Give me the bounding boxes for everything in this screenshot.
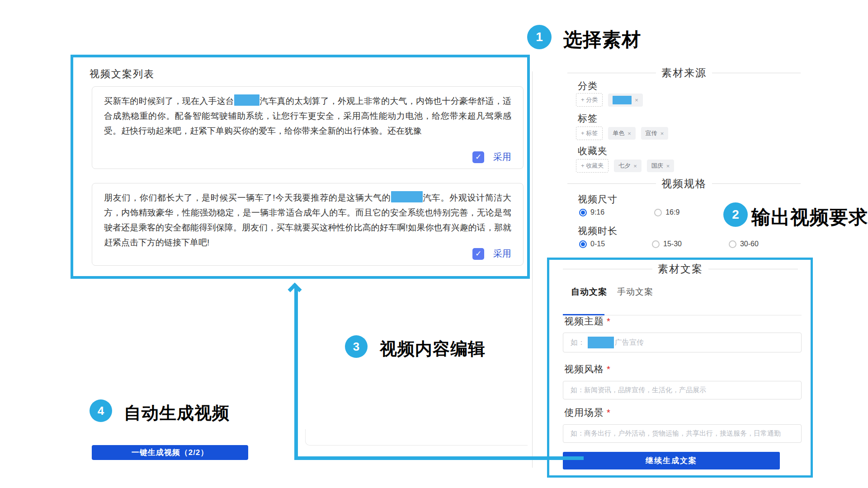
adopt-checkbox-2[interactable]: ✓ <box>472 248 484 260</box>
placeholder-prefix: 如： <box>571 338 585 347</box>
step-4-label: 自动生成视频 <box>124 402 230 425</box>
radio-icon <box>729 240 736 248</box>
radio-icon <box>652 240 660 248</box>
tab-manual-copy[interactable]: 手动文案 <box>617 286 653 298</box>
tab-auto-copy[interactable]: 自动文案 <box>571 286 607 298</box>
required-icon: * <box>607 316 611 326</box>
checkmark-icon: ✓ <box>475 152 481 162</box>
remove-tag-icon[interactable]: × <box>666 163 670 169</box>
adopt-label-1[interactable]: 采用 <box>493 151 511 163</box>
radio-9-16[interactable]: 9:16 <box>579 208 604 216</box>
placeholder-text: 如：商务出行，户外活动，货物运输，共享出行，接送服务，日常通勤 <box>571 429 781 438</box>
category-label: 分类 <box>578 80 598 92</box>
copy-text-1-before: 买新车的时候到了，现在入手这台 <box>104 96 234 106</box>
radio-label: 0-15 <box>590 240 605 248</box>
tag-chip: 单色× <box>608 127 636 140</box>
video-topic-input[interactable]: 如： 广告宣传 <box>563 333 802 352</box>
remove-tag-icon[interactable]: × <box>660 130 664 137</box>
radio-15-30[interactable]: 15-30 <box>652 240 682 248</box>
add-category-button[interactable]: + 分类 <box>576 93 603 107</box>
label-text: 视频主题 <box>564 316 604 326</box>
divider <box>567 183 656 184</box>
radio-16-9[interactable]: 16:9 <box>654 208 679 216</box>
material-copy-title: 素材文案 <box>652 262 708 276</box>
radio-selected-icon <box>579 209 587 216</box>
video-style-input[interactable]: 如：新闻资讯，品牌宣传，生活化，产品展示 <box>563 381 802 399</box>
copy-card-2: 朋友们，你们都长大了，是时候买一辆车了!今天我要推荐的是这辆大气的汽车。外观设计… <box>92 183 524 266</box>
divider <box>712 73 801 73</box>
step-4-badge: 4 <box>90 399 112 422</box>
video-spec-title: 视频规格 <box>656 177 712 191</box>
tag-chip: 宣传× <box>641 127 669 140</box>
video-duration-label: 视频时长 <box>578 225 618 237</box>
copy-card-1: 买新车的时候到了，现在入手这台汽车真的太划算了，外观上非常的大气，内饰也十分豪华… <box>92 86 524 169</box>
remove-tag-icon[interactable]: × <box>635 97 638 103</box>
copy-list-title: 视频文案列表 <box>90 67 155 81</box>
radio-0-15[interactable]: 0-15 <box>579 240 605 248</box>
material-source-title: 素材来源 <box>656 66 712 80</box>
divider <box>563 269 652 269</box>
label-text: 使用场景 <box>564 407 604 418</box>
label-text: 视频风格 <box>564 364 604 374</box>
step-1-label: 选择素材 <box>563 27 641 52</box>
adopt-label-2[interactable]: 采用 <box>493 248 511 260</box>
category-tag: × <box>608 94 643 107</box>
remove-tag-icon[interactable]: × <box>627 130 631 137</box>
copy-mode-tabs: 自动文案 手动文案 <box>571 286 653 298</box>
redaction-block <box>234 94 259 106</box>
tag-text: 单色 <box>613 129 624 137</box>
tag-label: 标签 <box>578 112 598 125</box>
continue-generate-copy-button[interactable]: 继续生成文案 <box>563 452 780 469</box>
tag-text: 宣传 <box>646 129 657 137</box>
video-size-options: 9:16 16:9 <box>579 208 679 216</box>
checkmark-icon: ✓ <box>475 249 481 258</box>
step-2-badge: 2 <box>723 202 748 227</box>
faint-panel-edge <box>305 429 528 446</box>
add-favorites-button[interactable]: + 收藏夹 <box>576 159 609 173</box>
generate-video-button[interactable]: 一键生成视频（2/2） <box>92 445 248 460</box>
favorites-chip: 国庆× <box>647 160 675 172</box>
page: 视频文案列表 买新车的时候到了，现在入手这台汽车真的太划算了，外观上非常的大气，… <box>0 0 868 488</box>
remove-tag-icon[interactable]: × <box>633 163 637 169</box>
radio-30-60[interactable]: 30-60 <box>729 240 759 248</box>
step-3-label: 视频内容编辑 <box>380 338 486 361</box>
adopt-checkbox-1[interactable]: ✓ <box>472 151 484 163</box>
video-style-label: 视频风格* <box>564 363 611 375</box>
divider <box>708 269 798 269</box>
video-spec-header: 视频规格 <box>567 177 801 191</box>
arrow-up-icon <box>288 282 302 296</box>
panel-divider <box>532 71 533 468</box>
copy-text-2-before: 朋友们，你们都长大了，是时候买一辆车了!今天我要推荐的是这辆大气的 <box>104 193 391 202</box>
redaction-block <box>613 96 632 104</box>
adopt-row-2: ✓ 采用 <box>472 248 511 260</box>
favorites-chip-row: + 收藏夹 七夕× 国庆× <box>576 159 674 173</box>
placeholder-text: 如：新闻资讯，品牌宣传，生活化，产品展示 <box>571 386 706 394</box>
step-2-label: 输出视频要求 <box>751 205 868 230</box>
adopt-row-1: ✓ 采用 <box>472 151 511 163</box>
required-icon: * <box>607 364 611 374</box>
material-source-header: 素材来源 <box>567 66 801 80</box>
required-icon: * <box>607 408 611 418</box>
radio-label: 9:16 <box>590 208 604 216</box>
step-1-badge: 1 <box>527 25 552 49</box>
usage-scene-input[interactable]: 如：商务出行，户外活动，货物运输，共享出行，接送服务，日常通勤 <box>563 424 802 443</box>
radio-label: 16:9 <box>665 208 679 216</box>
radio-label: 30-60 <box>740 240 759 248</box>
video-size-label: 视频尺寸 <box>578 193 618 206</box>
tag-text: 七夕 <box>618 162 630 170</box>
redaction-block <box>391 191 423 202</box>
category-chip-row: + 分类 × <box>576 93 643 107</box>
add-tag-button[interactable]: + 标签 <box>576 127 603 140</box>
radio-label: 15-30 <box>663 240 682 248</box>
video-topic-label: 视频主题* <box>564 315 611 328</box>
material-copy-header: 素材文案 <box>563 262 798 276</box>
video-duration-options: 0-15 15-30 30-60 <box>579 240 759 248</box>
divider <box>712 183 801 184</box>
tag-chip-row: + 标签 单色× 宣传× <box>576 127 668 140</box>
redaction-block <box>588 337 614 348</box>
divider <box>567 73 656 73</box>
tag-text: 国庆 <box>651 162 663 170</box>
copy-text-2: 朋友们，你们都长大了，是时候买一辆车了!今天我要推荐的是这辆大气的汽车。外观设计… <box>104 190 511 250</box>
favorites-label: 收藏夹 <box>578 145 608 157</box>
radio-icon <box>654 209 662 216</box>
